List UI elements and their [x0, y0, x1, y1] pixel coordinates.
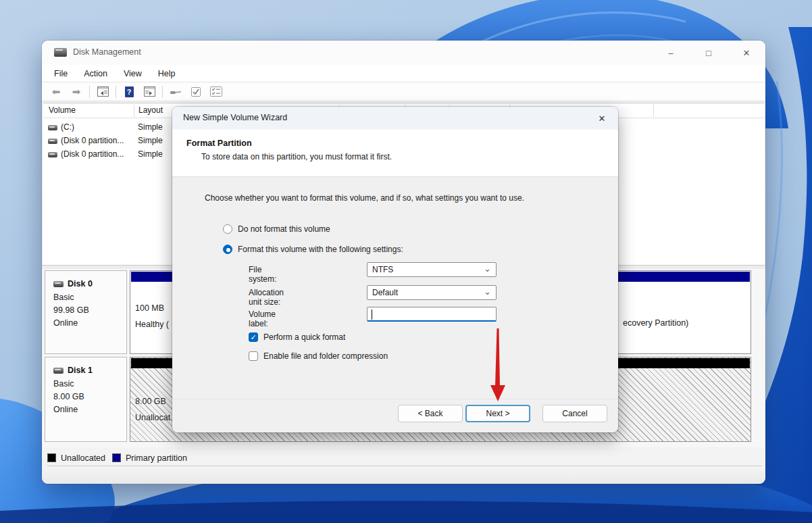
- volume-layout: Simple: [138, 149, 163, 159]
- next-wizard-button[interactable]: Next >: [465, 405, 530, 422]
- disk-size: 99.98 GB: [53, 304, 126, 317]
- allocation-unit-select[interactable]: Default ⌄: [367, 285, 497, 300]
- file-system-label: File system:: [249, 265, 276, 284]
- disk1-label-box[interactable]: Disk 1 Basic 8.00 GB Online: [45, 357, 127, 442]
- close-button[interactable]: ✕: [728, 41, 765, 65]
- radio-do-not-format[interactable]: Do not format this volume: [223, 224, 330, 234]
- menu-bar: File Action View Help: [42, 65, 765, 82]
- radio-label: Format this volume with the following se…: [238, 245, 403, 254]
- toolbar-separator: [89, 86, 90, 98]
- volume-name: (Disk 0 partition...: [61, 149, 124, 159]
- checkbox-checked-icon[interactable]: ✓: [249, 332, 258, 342]
- text-cursor: [372, 309, 372, 320]
- legend-label: Unallocated: [61, 453, 105, 463]
- disk0-label-box[interactable]: Disk 0 Basic 99.98 GB Online: [45, 270, 127, 354]
- disk-type: Basic: [53, 378, 126, 391]
- toolbar: ⬅ ➡ ?: [42, 82, 765, 101]
- disk-type: Basic: [53, 291, 126, 304]
- partition-size: 100 MB: [135, 303, 164, 313]
- help-button[interactable]: ?: [122, 84, 136, 99]
- checkbox-label: Perform a quick format: [263, 332, 345, 342]
- dialog-titlebar[interactable]: New Simple Volume Wizard ✕: [172, 107, 618, 130]
- back-button[interactable]: ⬅: [49, 84, 64, 99]
- maximize-icon: □: [706, 48, 711, 58]
- radio-unselected-icon[interactable]: [223, 224, 232, 234]
- tool-button[interactable]: [168, 84, 183, 99]
- tool-icon: [170, 87, 182, 97]
- status-bar: [42, 466, 765, 484]
- minimize-icon: –: [668, 48, 673, 58]
- volume-icon: [48, 139, 57, 144]
- task-list-button[interactable]: [209, 84, 224, 99]
- legend-label: Primary partition: [126, 453, 187, 463]
- volume-name: (Disk 0 partition...: [61, 136, 124, 145]
- partition-label: ecovery Partition): [623, 318, 688, 328]
- volume-icon: [48, 125, 57, 130]
- show-console-tree-button[interactable]: [95, 84, 110, 99]
- file-system-value: NTFS: [372, 265, 393, 274]
- disk-size: 8.00 GB: [53, 391, 126, 403]
- volume-name: (C:): [61, 122, 74, 132]
- disk-status: Online: [53, 317, 126, 330]
- dialog-header: Format Partition To store data on this p…: [172, 130, 618, 177]
- disk-management-app-icon: [54, 48, 67, 57]
- compression-option[interactable]: Enable file and folder compression: [249, 351, 388, 361]
- unallocated-swatch: [47, 453, 56, 462]
- disk-icon: [53, 281, 64, 287]
- checkbox-unchecked-icon[interactable]: [249, 351, 258, 361]
- back-wizard-button[interactable]: < Back: [398, 405, 463, 422]
- volume-label-input[interactable]: [367, 307, 497, 322]
- check-icon: ✓: [250, 333, 256, 342]
- disk-name: Disk 1: [68, 366, 93, 375]
- forward-button[interactable]: ➡: [69, 84, 84, 99]
- column-separator[interactable]: [653, 105, 654, 117]
- help-icon: ?: [125, 86, 134, 97]
- checkbox-label: Enable file and folder compression: [263, 351, 388, 361]
- back-arrow-icon: ⬅: [52, 86, 61, 97]
- menu-help[interactable]: Help: [158, 69, 176, 78]
- toolbar-separator: [116, 86, 116, 98]
- show-action-pane-button[interactable]: [142, 84, 157, 99]
- disk-status: Online: [53, 403, 126, 416]
- radio-format-volume[interactable]: Format this volume with the following se…: [223, 245, 403, 254]
- volume-layout: Simple: [138, 136, 163, 145]
- intro-text: Choose whether you want to format this v…: [205, 193, 524, 203]
- step-subtitle: To store data on this partition, you mus…: [201, 152, 392, 161]
- chevron-down-icon: ⌄: [484, 287, 491, 297]
- quick-format-option[interactable]: ✓ Perform a quick format: [249, 332, 345, 342]
- button-label: Next >: [486, 409, 509, 418]
- window-titlebar[interactable]: Disk Management – □ ✕: [42, 41, 765, 65]
- step-title: Format Partition: [186, 139, 252, 148]
- dialog-close-button[interactable]: ✕: [586, 107, 618, 130]
- dialog-body: Choose whether you want to format this v…: [172, 177, 618, 399]
- partition-status: Unallocat: [135, 413, 170, 422]
- menu-view[interactable]: View: [124, 69, 142, 78]
- task-check-button[interactable]: [188, 84, 203, 99]
- file-system-select[interactable]: NTFS ⌄: [367, 262, 497, 277]
- minimize-button[interactable]: –: [652, 41, 690, 65]
- volume-label-label: Volume label:: [249, 309, 276, 328]
- column-separator[interactable]: [134, 105, 134, 117]
- close-icon: ✕: [599, 114, 606, 124]
- forward-arrow-icon: ➡: [72, 86, 81, 97]
- column-header-volume[interactable]: Volume: [49, 105, 76, 115]
- new-simple-volume-wizard-dialog: New Simple Volume Wizard ✕ Format Partit…: [172, 107, 618, 432]
- maximize-button[interactable]: □: [690, 41, 728, 65]
- menu-action[interactable]: Action: [84, 69, 107, 78]
- volume-layout: Simple: [138, 122, 163, 132]
- dialog-footer: < Back Next > Cancel: [172, 399, 618, 432]
- menu-file[interactable]: File: [54, 69, 68, 78]
- legend-unallocated: Unallocated: [47, 453, 105, 463]
- task-check-icon: [191, 86, 201, 97]
- cancel-wizard-button[interactable]: Cancel: [542, 405, 607, 422]
- volume-icon: [48, 152, 57, 157]
- action-pane-icon: [144, 86, 155, 97]
- button-label: Cancel: [562, 409, 587, 418]
- column-header-layout[interactable]: Layout: [138, 105, 163, 115]
- button-label: < Back: [417, 409, 442, 418]
- radio-label: Do not format this volume: [238, 224, 330, 234]
- toolbar-separator: [162, 86, 163, 98]
- radio-selected-icon[interactable]: [223, 245, 232, 254]
- close-icon: ✕: [743, 48, 751, 58]
- legend-bar: Unallocated Primary partition: [47, 450, 762, 466]
